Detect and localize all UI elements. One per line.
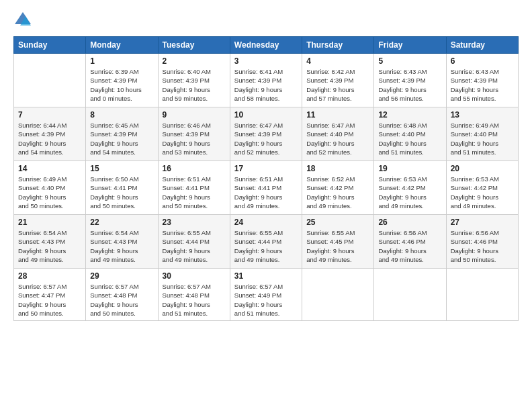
day-number: 15 [90,164,153,173]
day-number: 23 [163,218,226,227]
day-info: Sunrise: 6:53 AMSunset: 4:42 PMDaylight:… [451,175,514,210]
calendar-cell: 28Sunrise: 6:57 AMSunset: 4:47 PMDayligh… [14,269,86,321]
day-number: 2 [163,56,226,66]
day-number: 24 [234,218,298,227]
calendar-cell [14,54,86,107]
calendar-cell: 13Sunrise: 6:49 AMSunset: 4:40 PMDayligh… [446,107,518,161]
calendar-cell: 25Sunrise: 6:55 AMSunset: 4:45 PMDayligh… [302,215,374,269]
day-info: Sunrise: 6:42 AMSunset: 4:39 PMDaylight:… [306,67,369,103]
day-number: 10 [234,110,298,120]
calendar-cell: 5Sunrise: 6:43 AMSunset: 4:39 PMDaylight… [374,54,446,107]
day-info: Sunrise: 6:55 AMSunset: 4:44 PMDaylight:… [234,228,298,264]
day-info: Sunrise: 6:43 AMSunset: 4:39 PMDaylight:… [451,67,514,103]
calendar-cell: 3Sunrise: 6:41 AMSunset: 4:39 PMDaylight… [230,54,302,107]
day-number: 16 [163,164,226,173]
calendar-cell: 23Sunrise: 6:55 AMSunset: 4:44 PMDayligh… [158,215,230,269]
day-number: 1 [90,56,153,66]
calendar-cell: 22Sunrise: 6:54 AMSunset: 4:43 PMDayligh… [86,215,158,269]
day-number: 28 [18,271,81,281]
page: SundayMondayTuesdayWednesdayThursdayFrid… [0,0,532,411]
calendar-cell: 27Sunrise: 6:56 AMSunset: 4:46 PMDayligh… [446,215,518,269]
calendar-cell: 20Sunrise: 6:53 AMSunset: 4:42 PMDayligh… [446,161,518,215]
day-number: 6 [451,56,514,66]
day-number: 26 [378,218,441,227]
day-number: 29 [90,271,153,281]
day-info: Sunrise: 6:48 AMSunset: 4:40 PMDaylight:… [378,121,441,156]
day-info: Sunrise: 6:55 AMSunset: 4:45 PMDaylight:… [306,228,369,264]
day-number: 31 [234,271,298,281]
calendar-week-row-4: 21Sunrise: 6:54 AMSunset: 4:43 PMDayligh… [14,215,519,269]
calendar-cell: 6Sunrise: 6:43 AMSunset: 4:39 PMDaylight… [446,54,518,107]
calendar-cell: 2Sunrise: 6:40 AMSunset: 4:39 PMDaylight… [158,54,230,107]
day-number: 14 [18,164,81,173]
day-info: Sunrise: 6:55 AMSunset: 4:44 PMDaylight:… [163,228,226,264]
calendar-header-wednesday: Wednesday [230,37,302,54]
day-info: Sunrise: 6:57 AMSunset: 4:48 PMDaylight:… [90,282,153,318]
day-number: 18 [306,164,369,173]
day-info: Sunrise: 6:49 AMSunset: 4:40 PMDaylight:… [18,175,81,210]
calendar-cell: 4Sunrise: 6:42 AMSunset: 4:39 PMDaylight… [302,54,374,107]
day-info: Sunrise: 6:52 AMSunset: 4:42 PMDaylight:… [306,175,369,210]
calendar-cell [374,269,446,321]
calendar-cell: 9Sunrise: 6:46 AMSunset: 4:39 PMDaylight… [158,107,230,161]
day-info: Sunrise: 6:41 AMSunset: 4:39 PMDaylight:… [234,67,298,103]
day-info: Sunrise: 6:56 AMSunset: 4:46 PMDaylight:… [451,228,514,264]
day-info: Sunrise: 6:57 AMSunset: 4:48 PMDaylight:… [163,282,226,318]
day-number: 9 [163,110,226,120]
calendar-cell [446,269,518,321]
day-number: 4 [306,56,369,66]
calendar-cell: 16Sunrise: 6:51 AMSunset: 4:41 PMDayligh… [158,161,230,215]
calendar-cell: 26Sunrise: 6:56 AMSunset: 4:46 PMDayligh… [374,215,446,269]
calendar-header-thursday: Thursday [302,37,374,54]
day-info: Sunrise: 6:51 AMSunset: 4:41 PMDaylight:… [234,175,298,210]
day-info: Sunrise: 6:54 AMSunset: 4:43 PMDaylight:… [18,228,81,264]
calendar-cell [302,269,374,321]
day-number: 22 [90,218,153,227]
day-info: Sunrise: 6:45 AMSunset: 4:39 PMDaylight:… [90,121,153,156]
day-number: 30 [163,271,226,281]
calendar-cell: 24Sunrise: 6:55 AMSunset: 4:44 PMDayligh… [230,215,302,269]
day-number: 27 [451,218,514,227]
day-number: 25 [306,218,369,227]
day-number: 7 [18,110,81,120]
calendar-cell: 15Sunrise: 6:50 AMSunset: 4:41 PMDayligh… [86,161,158,215]
calendar-cell: 7Sunrise: 6:44 AMSunset: 4:39 PMDaylight… [14,107,86,161]
day-info: Sunrise: 6:53 AMSunset: 4:42 PMDaylight:… [378,175,441,210]
calendar-cell: 8Sunrise: 6:45 AMSunset: 4:39 PMDaylight… [86,107,158,161]
calendar-cell: 11Sunrise: 6:47 AMSunset: 4:40 PMDayligh… [302,107,374,161]
day-info: Sunrise: 6:49 AMSunset: 4:40 PMDaylight:… [451,121,514,156]
day-number: 17 [234,164,298,173]
day-number: 20 [451,164,514,173]
calendar-header-friday: Friday [374,37,446,54]
calendar-week-row-5: 28Sunrise: 6:57 AMSunset: 4:47 PMDayligh… [14,269,519,321]
header [13,11,519,30]
day-info: Sunrise: 6:51 AMSunset: 4:41 PMDaylight:… [163,175,226,210]
calendar-header-sunday: Sunday [14,37,86,54]
logo-icon [13,11,32,30]
day-info: Sunrise: 6:40 AMSunset: 4:39 PMDaylight:… [163,67,226,103]
calendar-cell: 1Sunrise: 6:39 AMSunset: 4:39 PMDaylight… [86,54,158,107]
calendar-header-tuesday: Tuesday [158,37,230,54]
calendar-cell: 17Sunrise: 6:51 AMSunset: 4:41 PMDayligh… [230,161,302,215]
calendar-header-monday: Monday [86,37,158,54]
calendar-cell: 30Sunrise: 6:57 AMSunset: 4:48 PMDayligh… [158,269,230,321]
calendar-cell: 10Sunrise: 6:47 AMSunset: 4:39 PMDayligh… [230,107,302,161]
calendar-cell: 29Sunrise: 6:57 AMSunset: 4:48 PMDayligh… [86,269,158,321]
day-info: Sunrise: 6:50 AMSunset: 4:41 PMDaylight:… [90,175,153,210]
day-number: 3 [234,56,298,66]
day-info: Sunrise: 6:44 AMSunset: 4:39 PMDaylight:… [18,121,81,156]
calendar-cell: 18Sunrise: 6:52 AMSunset: 4:42 PMDayligh… [302,161,374,215]
calendar-week-row-3: 14Sunrise: 6:49 AMSunset: 4:40 PMDayligh… [14,161,519,215]
calendar-cell: 31Sunrise: 6:57 AMSunset: 4:49 PMDayligh… [230,269,302,321]
day-number: 8 [90,110,153,120]
day-info: Sunrise: 6:46 AMSunset: 4:39 PMDaylight:… [163,121,226,156]
day-info: Sunrise: 6:47 AMSunset: 4:39 PMDaylight:… [234,121,298,156]
day-number: 11 [306,110,369,120]
day-info: Sunrise: 6:39 AMSunset: 4:39 PMDaylight:… [90,67,153,103]
calendar-week-row-1: 1Sunrise: 6:39 AMSunset: 4:39 PMDaylight… [14,54,519,107]
calendar-cell: 12Sunrise: 6:48 AMSunset: 4:40 PMDayligh… [374,107,446,161]
day-info: Sunrise: 6:57 AMSunset: 4:47 PMDaylight:… [18,282,81,318]
day-info: Sunrise: 6:47 AMSunset: 4:40 PMDaylight:… [306,121,369,156]
day-number: 13 [451,110,514,120]
day-number: 19 [378,164,441,173]
